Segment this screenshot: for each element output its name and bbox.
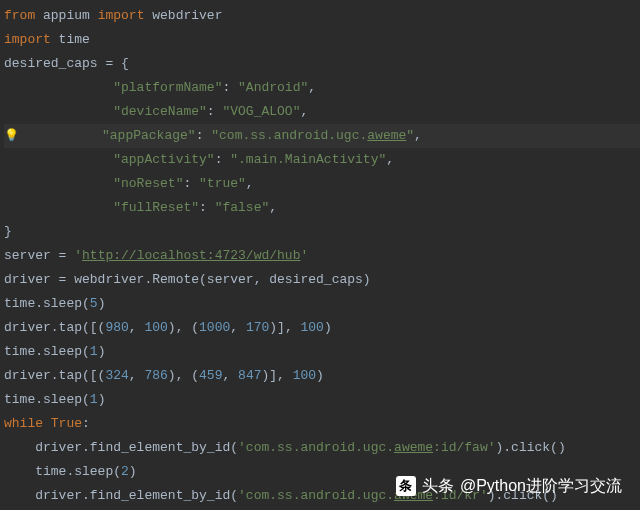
code-line[interactable]: "noReset": "true", (4, 172, 640, 196)
code-line[interactable]: "fullReset": "false", (4, 196, 640, 220)
lightbulb-icon[interactable]: 💡 (4, 124, 24, 148)
code-line[interactable]: time.sleep(5) (4, 292, 640, 316)
code-line[interactable]: server = 'http://localhost:4723/wd/hub' (4, 244, 640, 268)
code-line[interactable]: } (4, 220, 640, 244)
code-line[interactable]: "deviceName": "VOG_ALOO", (4, 100, 640, 124)
keyword-from: from (4, 8, 35, 23)
code-line[interactable]: driver = webdriver.Remote(server, desire… (4, 268, 640, 292)
code-line[interactable]: while True: (4, 412, 640, 436)
code-line[interactable]: import time (4, 28, 640, 52)
code-line[interactable]: "platformName": "Android", (4, 76, 640, 100)
code-line[interactable]: driver.find_element_by_id('com.ss.androi… (4, 436, 640, 460)
code-editor[interactable]: from appium import webdriver import time… (0, 0, 640, 510)
keyword-import: import (4, 32, 51, 47)
keyword-import: import (98, 8, 145, 23)
code-line[interactable]: desired_caps = { (4, 52, 640, 76)
code-line[interactable]: "appActivity": ".main.MainActivity", (4, 148, 640, 172)
watermark-text: @Python进阶学习交流 (460, 474, 622, 498)
keyword-while: while (4, 416, 51, 431)
code-line-highlighted[interactable]: 💡 "appPackage": "com.ss.android.ugc.awem… (4, 124, 640, 148)
code-line[interactable]: driver.tap([(980, 100), (1000, 170)], 10… (4, 316, 640, 340)
url-link[interactable]: http://localhost:4723/wd/hub (82, 248, 300, 263)
code-line[interactable]: driver.tap([(324, 786), (459, 847)], 100… (4, 364, 640, 388)
watermark: 条 头条 @Python进阶学习交流 (396, 474, 622, 498)
code-line[interactable]: from appium import webdriver (4, 4, 640, 28)
code-line[interactable]: time.sleep(1) (4, 340, 640, 364)
watermark-icon: 条 (396, 476, 416, 496)
watermark-label: 头条 (422, 474, 454, 498)
code-line[interactable]: time.sleep(1) (4, 388, 640, 412)
